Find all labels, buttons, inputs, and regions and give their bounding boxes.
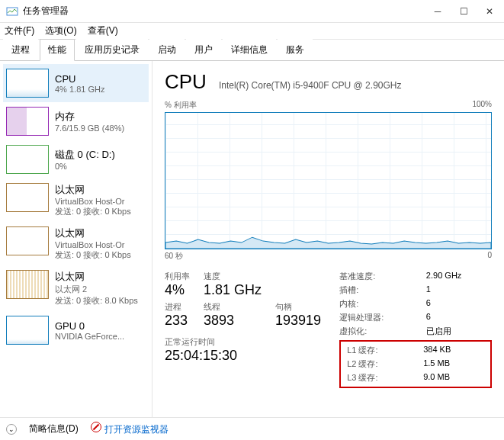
kv-key: 基准速度: bbox=[339, 271, 414, 282]
sidebar-label: CPU bbox=[55, 73, 104, 85]
tab-users[interactable]: 用户 bbox=[186, 39, 221, 60]
stat-threads: 3893 bbox=[204, 313, 262, 329]
tab-performance[interactable]: 性能 bbox=[40, 39, 75, 61]
disk-thumb-icon bbox=[6, 145, 49, 174]
menu-bar: 文件(F) 选项(O) 查看(V) bbox=[0, 23, 504, 40]
svg-rect-0 bbox=[7, 8, 18, 15]
chart-xright: 0 bbox=[487, 251, 492, 262]
tab-processes[interactable]: 进程 bbox=[3, 39, 38, 60]
stat-speed: 1.81 GHz bbox=[204, 282, 262, 298]
menu-file[interactable]: 文件(F) bbox=[5, 24, 34, 37]
uptime-label: 正常运行时间 bbox=[165, 336, 321, 348]
stat-processes: 233 bbox=[165, 313, 190, 329]
kv-val: 2.90 GHz bbox=[426, 271, 492, 282]
stat-label: 进程 bbox=[165, 301, 190, 313]
chart-ymax: 100% bbox=[472, 100, 492, 111]
kv-val: 384 KB bbox=[423, 345, 484, 356]
kv-val: 已启用 bbox=[426, 326, 492, 337]
sidebar-label: 内存 bbox=[55, 110, 124, 124]
ethernet-thumb-icon bbox=[6, 226, 49, 255]
stat-handles: 193919 bbox=[275, 313, 321, 329]
gpu-thumb-icon bbox=[6, 316, 49, 345]
monitor-label: 打开资源监视器 bbox=[104, 424, 169, 435]
kv-key: 插槽: bbox=[339, 284, 414, 296]
main-panel: CPU Intel(R) Core(TM) i5-9400F CPU @ 2.9… bbox=[152, 61, 504, 417]
stat-label: 句柄 bbox=[275, 301, 321, 313]
kv-key: L2 缓存: bbox=[347, 358, 411, 370]
cpu-model: Intel(R) Core(TM) i5-9400F CPU @ 2.90GHz bbox=[219, 80, 402, 91]
cpu-chart bbox=[165, 112, 492, 249]
sidebar-item-disk[interactable]: 磁盘 0 (C: D:) 0% bbox=[3, 140, 149, 178]
kv-val: 9.0 MB bbox=[423, 372, 484, 384]
tab-startup[interactable]: 启动 bbox=[149, 39, 185, 60]
sidebar-sub: 0% bbox=[55, 162, 115, 171]
sidebar-label: 以太网 bbox=[55, 183, 131, 197]
stat-label: 利用率 bbox=[165, 271, 190, 282]
sidebar-sub: VirtualBox Host-Or bbox=[55, 197, 131, 206]
stat-label: 速度 bbox=[204, 271, 262, 282]
sidebar-sub: 以太网 2 bbox=[55, 284, 138, 295]
sidebar-item-ethernet-3[interactable]: 以太网 以太网 2 发送: 0 接收: 8.0 Kbps bbox=[3, 265, 149, 311]
sidebar-item-ethernet-2[interactable]: 以太网 VirtualBox Host-Or 发送: 0 接收: 0 Kbps bbox=[3, 222, 149, 265]
sidebar-label: GPU 0 bbox=[55, 320, 124, 332]
sidebar-item-ethernet-1[interactable]: 以太网 VirtualBox Host-Or 发送: 0 接收: 0 Kbps bbox=[3, 178, 149, 222]
maximize-button[interactable]: ☐ bbox=[458, 6, 469, 17]
minimize-button[interactable]: ─ bbox=[432, 6, 443, 17]
sidebar-label: 磁盘 0 (C: D:) bbox=[55, 148, 115, 162]
app-icon bbox=[6, 5, 18, 18]
cache-highlight-box: L1 缓存:384 KB L2 缓存:1.5 MB L3 缓存:9.0 MB bbox=[339, 340, 492, 388]
tab-services[interactable]: 服务 bbox=[278, 39, 313, 60]
sidebar-label: 以太网 bbox=[55, 270, 138, 284]
sidebar-item-gpu[interactable]: GPU 0 NVIDIA GeForce... bbox=[3, 311, 149, 349]
chart-ylabel: % 利用率 bbox=[165, 100, 197, 111]
sidebar-item-cpu[interactable]: CPU 4% 1.81 GHz bbox=[3, 64, 149, 102]
tab-history[interactable]: 应用历史记录 bbox=[76, 39, 148, 60]
collapse-icon[interactable]: ⌄ bbox=[6, 424, 17, 435]
kv-key: 虚拟化: bbox=[339, 326, 414, 337]
stat-utilization: 4% bbox=[165, 282, 190, 298]
kv-key: 逻辑处理器: bbox=[339, 312, 414, 323]
kv-key: L3 缓存: bbox=[347, 372, 411, 384]
menu-options[interactable]: 选项(O) bbox=[45, 24, 76, 37]
kv-key: L1 缓存: bbox=[347, 345, 411, 356]
sidebar-sub: 7.6/15.9 GB (48%) bbox=[55, 124, 124, 133]
kv-val: 1.5 MB bbox=[423, 358, 484, 370]
menu-view[interactable]: 查看(V) bbox=[88, 24, 118, 37]
page-title: CPU bbox=[165, 70, 207, 94]
sidebar: CPU 4% 1.81 GHz 内存 7.6/15.9 GB (48%) 磁盘 … bbox=[0, 61, 152, 417]
sidebar-label: 以太网 bbox=[55, 226, 131, 240]
resource-monitor-link[interactable]: 打开资源监视器 bbox=[91, 422, 169, 436]
uptime-value: 25:04:15:30 bbox=[165, 348, 321, 364]
memory-thumb-icon bbox=[6, 107, 49, 136]
kv-val: 6 bbox=[426, 298, 492, 310]
ethernet-thumb-icon bbox=[6, 183, 49, 212]
chart-xleft: 60 秒 bbox=[165, 251, 183, 262]
sidebar-sub: VirtualBox Host-Or bbox=[55, 240, 131, 249]
sidebar-sub2: 发送: 0 接收: 0 Kbps bbox=[55, 249, 131, 261]
sidebar-sub: NVIDIA GeForce... bbox=[55, 332, 124, 341]
window-title: 任务管理器 bbox=[23, 5, 432, 18]
sidebar-sub: 4% 1.81 GHz bbox=[55, 85, 104, 94]
monitor-icon bbox=[91, 422, 101, 432]
tab-details[interactable]: 详细信息 bbox=[223, 39, 276, 60]
kv-val: 1 bbox=[426, 284, 492, 296]
sidebar-item-memory[interactable]: 内存 7.6/15.9 GB (48%) bbox=[3, 102, 149, 140]
brief-link[interactable]: 简略信息(D) bbox=[29, 422, 79, 435]
sidebar-sub2: 发送: 0 接收: 0 Kbps bbox=[55, 206, 131, 217]
ethernet-thumb-icon bbox=[6, 270, 49, 299]
tab-bar: 进程 性能 应用历史记录 启动 用户 详细信息 服务 bbox=[0, 40, 504, 61]
kv-val: 6 bbox=[426, 312, 492, 323]
footer: ⌄ 简略信息(D) 打开资源监视器 bbox=[0, 417, 504, 440]
sidebar-sub2: 发送: 0 接收: 8.0 Kbps bbox=[55, 295, 138, 307]
close-button[interactable]: ✕ bbox=[484, 6, 495, 17]
cpu-thumb-icon bbox=[6, 69, 49, 98]
kv-key: 内核: bbox=[339, 298, 414, 310]
stat-label: 线程 bbox=[204, 301, 262, 313]
